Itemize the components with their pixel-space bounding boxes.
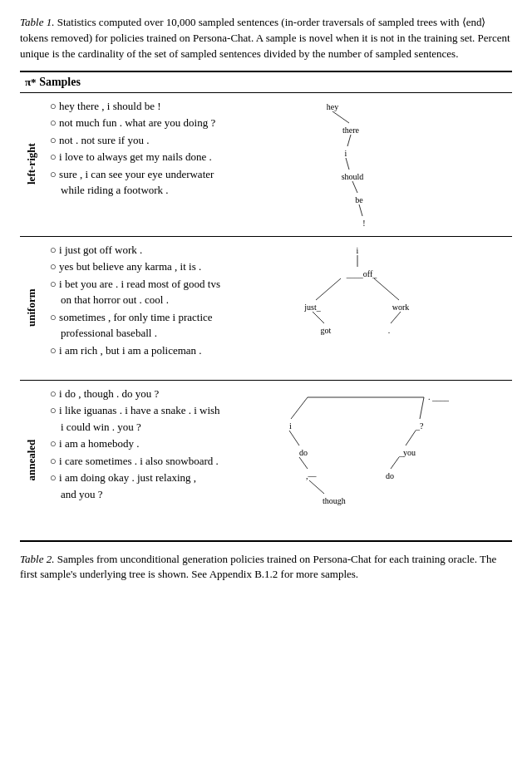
samples-cell-uniform: ○ i just got off work . ○ yes but believ… xyxy=(45,236,278,380)
svg-text:though: though xyxy=(323,496,346,505)
table-header-row: π* Samples xyxy=(20,71,512,93)
list-item: ○ i bet you are . i read most of good tv… xyxy=(50,276,273,308)
table1-caption: Table 1. Statistics computed over 10,000… xyxy=(20,15,512,62)
list-item: ○ not much fun . what are you doing ? xyxy=(50,115,273,131)
svg-line-9 xyxy=(359,204,362,216)
svg-text:hey: hey xyxy=(327,102,338,111)
svg-text:_?: _? xyxy=(415,421,424,431)
header-cell: π* Samples xyxy=(20,71,512,93)
list-item: ○ i love to always get my nails done . xyxy=(50,149,273,165)
tree-svg-annealed: . ______ i _? do _you xyxy=(283,386,449,535)
svg-line-25 xyxy=(291,397,308,419)
svg-text:should: should xyxy=(342,172,364,181)
list-item: ○ sometimes , for only time i practice p… xyxy=(50,309,273,342)
list-item: ○ sure , i can see your eye underwater w… xyxy=(50,166,273,199)
list-item: ○ yes but believe any karma , it is . xyxy=(50,258,273,275)
svg-line-7 xyxy=(352,181,357,193)
svg-line-34 xyxy=(391,457,399,469)
svg-text:i: i xyxy=(357,246,359,255)
samples-cell-annealed: ○ i do , though . do you ? ○ i like igua… xyxy=(45,380,278,541)
row-label-left-right: left-right xyxy=(20,92,45,236)
svg-text:just_: just_ xyxy=(303,303,321,312)
list-item: ○ i am a homebody . xyxy=(50,436,273,452)
svg-line-15 xyxy=(374,278,399,300)
svg-line-1 xyxy=(332,111,349,123)
main-table: π* Samples left-right ○ hey there , i sh… xyxy=(20,71,512,542)
svg-text:be: be xyxy=(355,195,363,204)
list-item: ○ not . not sure if you . xyxy=(50,132,273,149)
svg-text:do: do xyxy=(299,448,308,457)
samples-cell-left-right: ○ hey there , i should be ! ○ not much f… xyxy=(45,92,278,236)
svg-text:do: do xyxy=(386,471,394,480)
svg-text:got: got xyxy=(321,326,332,335)
svg-text:.: . xyxy=(388,326,391,335)
tree-cell-uniform: i ____off_ just_ work got . xyxy=(278,236,512,380)
svg-text:,—: ,— xyxy=(306,471,318,480)
list-item: ○ i just got off work . xyxy=(50,242,273,258)
row-label-annealed: annealed xyxy=(20,380,45,541)
svg-line-19 xyxy=(391,312,401,323)
svg-line-36 xyxy=(309,480,324,494)
svg-line-30 xyxy=(406,431,416,446)
svg-line-17 xyxy=(313,312,324,323)
table-row: uniform ○ i just got off work . ○ yes bu… xyxy=(20,236,512,380)
svg-line-32 xyxy=(299,457,308,469)
tree-svg-left-right: hey there i should be ! xyxy=(283,98,416,231)
list-item: ○ i care sometimes . i also snowboard . xyxy=(50,453,273,470)
table1-caption-text: Statistics computed over 10,000 sampled … xyxy=(20,16,510,60)
list-item: ○ i am rich , but i am a policeman . xyxy=(50,342,273,359)
table2-caption: Table 2. Samples from unconditional gene… xyxy=(20,552,512,583)
table-row: left-right ○ hey there , i should be ! ○… xyxy=(20,92,512,236)
svg-text:____off_: ____off_ xyxy=(346,269,377,278)
svg-text:______: ______ xyxy=(431,392,449,401)
pi-star-label: π* xyxy=(25,76,37,88)
svg-line-5 xyxy=(346,158,349,170)
tree-cell-annealed: . ______ i _? do _you xyxy=(278,380,512,541)
list-item: ○ hey there , i should be ! xyxy=(50,98,273,115)
samples-header-label: Samples xyxy=(39,76,81,88)
tree-cell-left-right: hey there i should be ! xyxy=(278,92,512,236)
svg-text:work: work xyxy=(392,303,410,312)
svg-text:there: there xyxy=(342,126,360,135)
svg-text:_you: _you xyxy=(398,448,416,457)
list-item: ○ i do , though . do you ? xyxy=(50,386,273,402)
svg-text:.: . xyxy=(428,392,431,401)
row-label-uniform: uniform xyxy=(20,236,45,380)
svg-text:i: i xyxy=(289,421,292,431)
table1-label: Table 1. xyxy=(20,16,54,28)
table2-label: Table 2. xyxy=(20,553,54,565)
list-item: ○ i like iguanas . i have a snake . i wi… xyxy=(50,402,273,435)
svg-line-3 xyxy=(347,135,351,146)
svg-line-26 xyxy=(420,397,424,419)
table-row: annealed ○ i do , though . do you ? ○ i … xyxy=(20,380,512,541)
svg-line-28 xyxy=(289,431,299,446)
list-item: ○ i am doing okay . just relaxing , and … xyxy=(50,470,273,502)
table2-caption-text: Samples from unconditional generation po… xyxy=(20,553,496,581)
svg-text:i: i xyxy=(345,149,347,158)
svg-line-14 xyxy=(316,278,341,300)
svg-text:!: ! xyxy=(362,219,365,228)
tree-svg-uniform: i ____off_ just_ work got . xyxy=(283,242,432,375)
